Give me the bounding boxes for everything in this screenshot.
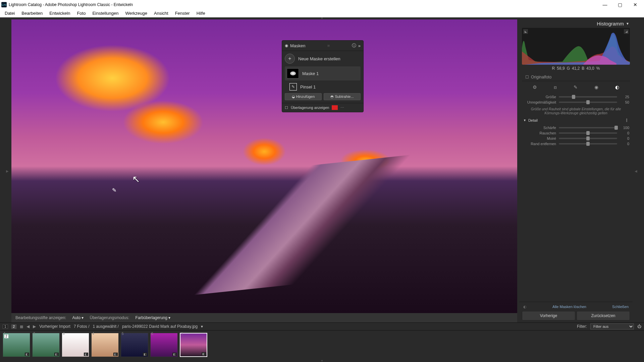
original-checkbox[interactable]: ☐ Originalfoto — [522, 73, 630, 81]
chevron-down-icon: ▼ — [626, 22, 629, 25]
brush-item-1[interactable]: Pinsel 1 — [300, 84, 316, 89]
source-label[interactable]: Vorheriger Import — [39, 324, 70, 329]
menu-bearbeiten[interactable]: Bearbeiten — [18, 10, 46, 16]
histogram-header[interactable]: Histogramm ▼ — [519, 19, 633, 28]
adjustment-sliders: Größe 25 Unregelmäßigkeit 50 Größe und R… — [519, 92, 633, 302]
thumbnail-5[interactable]: 5◧ — [121, 333, 148, 357]
histogram-title: Histogramm — [597, 21, 624, 26]
right-panel-handle[interactable]: ◀ — [635, 19, 638, 322]
menu-werkzeuge[interactable]: Werkzeuge — [122, 10, 151, 16]
checkbox-icon: ☐ — [525, 75, 529, 79]
thumbnail-6[interactable]: 6◧ — [150, 333, 178, 357]
screen-mode-2[interactable]: 2 — [11, 324, 17, 329]
pins-mode-dropdown[interactable]: Auto ▾ — [72, 315, 84, 320]
titlebar: Lrc Lightroom Catalog - Adobe Photoshop … — [0, 0, 644, 9]
mask-tool-icon[interactable]: ◐ — [615, 84, 619, 90]
develop-tools: ⚙ ⧈ ✎ ◉ ◐ — [519, 82, 633, 92]
overlay-color-swatch[interactable] — [332, 105, 338, 110]
overlay-checkbox[interactable]: ☐ — [285, 106, 288, 110]
overlay-label: Überlagerung anzeigen — [291, 106, 329, 110]
preview-toggle-icon[interactable]: ◐ — [523, 305, 527, 309]
slider-rand-entfernen[interactable]: Rand entfernen 0 — [523, 142, 629, 146]
menu-ansicht[interactable]: Ansicht — [151, 10, 172, 16]
reset-button[interactable]: Zurücksetzen — [577, 311, 630, 320]
previous-button[interactable]: Vorherige — [522, 311, 575, 320]
collapse-icon[interactable]: » — [358, 43, 361, 48]
panel-actions: ◐ Alle Masken löschen Schließen Vorherig… — [519, 302, 633, 322]
eye-icon[interactable]: ◉ — [285, 43, 288, 48]
grid-icon[interactable]: ▦ — [20, 324, 23, 329]
close-button[interactable]: ✕ — [628, 0, 643, 9]
thumbnail-1[interactable]: 12◧ — [3, 333, 30, 357]
help-icon[interactable]: ⓘ — [352, 43, 356, 49]
grain-hint: Größe und Rauheit sind globale Einstellu… — [523, 106, 629, 116]
close-panel-link[interactable]: Schließen — [612, 305, 629, 309]
slider-schaerfe[interactable]: Schärfe 100 — [523, 126, 629, 130]
tool-options-bar: Bearbeitungsstifte anzeigen: Auto ▾ Über… — [11, 313, 517, 322]
slider-rauschen[interactable]: Rauschen 0 — [523, 131, 629, 135]
edit-tool-icon[interactable]: ⚙ — [533, 84, 537, 90]
heal-tool-icon[interactable]: ✎ — [574, 84, 578, 90]
thumbnail-7[interactable]: 7◧ — [180, 333, 207, 357]
redeye-tool-icon[interactable]: ◉ — [594, 84, 598, 90]
prev-photo-button[interactable]: ◀ — [26, 324, 30, 329]
filter-label: Filter: — [577, 324, 587, 329]
thumbnail-3[interactable]: 3◧ — [62, 333, 89, 357]
mask-panel-title: Masken — [290, 43, 306, 48]
filter-dropdown[interactable]: Filter aus — [590, 323, 634, 329]
slider-moire[interactable]: Moiré 0 — [523, 136, 629, 140]
minimize-button[interactable]: — — [597, 0, 612, 9]
image-canvas[interactable]: ↖ ✎ — [11, 19, 517, 313]
rgb-readout: R58,9 G41,2 B43,0 % — [519, 65, 633, 72]
brush-icon[interactable]: ✎ — [289, 83, 297, 90]
left-panel-handle[interactable]: ▶ — [6, 19, 9, 322]
mask-panel[interactable]: ◉ Masken ≡ ⓘ » + Neue Maske erstellen Ma… — [282, 40, 364, 112]
slider-unregelmaessigkeit[interactable]: Unregelmäßigkeit 50 — [523, 100, 629, 104]
photo-count: 7 Fotos / — [74, 324, 90, 329]
overlay-mode-label: Überlagerungsmodus: — [90, 315, 129, 320]
app-icon: Lrc — [1, 2, 7, 7]
cursor-icon: ↖ — [132, 174, 140, 185]
maximize-button[interactable]: ▢ — [612, 0, 628, 9]
menu-foto[interactable]: Foto — [73, 10, 89, 16]
bottom-panel-handle[interactable]: ▼ — [0, 359, 644, 362]
menu-datei[interactable]: Datei — [1, 10, 18, 16]
thumbnail-2[interactable]: 2◧ — [32, 333, 60, 357]
create-mask-button[interactable]: + Neue Maske erstellen — [285, 54, 361, 64]
section-detail[interactable]: ▼ Detail ⏽ — [523, 116, 629, 124]
add-mask-button[interactable]: ◒ Hinzufügen — [285, 93, 322, 100]
workspace: ▼ ▶ ↖ ✎ Bearbeitungsstifte anzeigen: Aut… — [0, 17, 644, 362]
crop-tool-icon[interactable]: ⧈ — [554, 84, 557, 90]
menu-hilfe[interactable]: Hilfe — [193, 10, 209, 16]
menu-fenster[interactable]: Fenster — [172, 10, 193, 16]
filter-lock-icon[interactable]: ⏻ — [637, 324, 641, 329]
menubar: Datei Bearbeiten Entwickeln Foto Einstel… — [0, 9, 644, 17]
more-icon[interactable]: ⋯ — [340, 106, 344, 110]
filmstrip[interactable]: 12◧ 2◧ 3◧ 4◧ 5◧ 6◧ 7◧ — [0, 330, 644, 359]
menu-entwickeln[interactable]: Entwickeln — [46, 10, 73, 16]
selected-count: 1 ausgewählt / — [93, 324, 119, 329]
drag-handle-icon[interactable]: ≡ — [308, 43, 350, 48]
window-title: Lightroom Catalog - Adobe Photoshop Ligh… — [9, 2, 597, 7]
mask-item-1[interactable]: Maske 1 — [285, 66, 361, 80]
slider-groesse[interactable]: Größe 25 — [523, 95, 629, 99]
overlay-mode-dropdown[interactable]: Farbüberlagerung ▾ — [136, 315, 171, 320]
plus-icon: + — [285, 54, 295, 64]
thumbnail-4[interactable]: 4◧ — [91, 333, 119, 357]
screen-mode-1[interactable]: 1 — [3, 324, 8, 329]
histogram[interactable]: ◣ ◢ — [522, 28, 630, 65]
filmstrip-header: 1 2 ▦ ◀ ▶ Vorheriger Import 7 Fotos / 1 … — [0, 322, 644, 330]
clear-masks-link[interactable]: Alle Masken löschen — [552, 305, 586, 309]
menu-einstellungen[interactable]: Einstellungen — [89, 10, 122, 16]
next-photo-button[interactable]: ▶ — [33, 324, 36, 329]
brush-cursor-icon: ✎ — [112, 187, 116, 193]
pins-label: Bearbeitungsstifte anzeigen: — [15, 315, 66, 320]
section-toggle-icon[interactable]: ⏽ — [625, 118, 629, 122]
subtract-mask-button[interactable]: ◓ Subtrahie... — [324, 93, 361, 100]
mask-thumb — [287, 68, 299, 78]
chevron-down-icon: ▼ — [523, 119, 526, 122]
right-panel: Histogramm ▼ ◣ ◢ R58,9 G41,2 B43,0 % — [519, 19, 633, 322]
current-filename[interactable]: paris-2499022 David Mark auf Pixabay.jpg — [122, 324, 198, 329]
